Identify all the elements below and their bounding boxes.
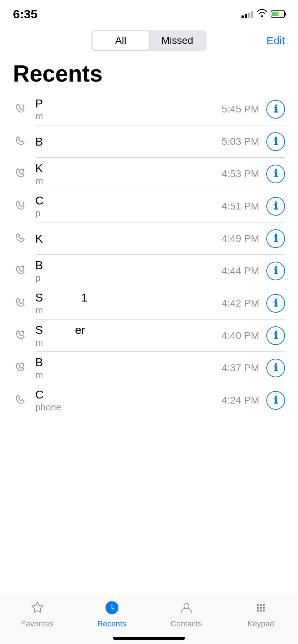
call-item: K m 4:53 PM ℹ — [0, 158, 298, 190]
segment-control-row: All Missed Edit — [0, 24, 298, 57]
tab-contacts-label: Contacts — [171, 619, 202, 629]
call-time: 4:24 PM — [222, 395, 259, 406]
call-item: S 1 m 4:42 PM ℹ — [0, 287, 298, 319]
info-button[interactable]: ℹ — [266, 165, 285, 183]
signal-icon — [241, 10, 253, 18]
call-time: 4:37 PM — [222, 362, 259, 374]
svg-point-7 — [263, 607, 265, 609]
tab-favorites-label: Favorites — [21, 619, 53, 629]
call-name: B — [35, 258, 222, 272]
svg-point-10 — [263, 610, 265, 612]
svg-point-5 — [257, 607, 259, 609]
call-type-icon — [13, 167, 31, 180]
call-item: B 5:03 PM ℹ — [0, 125, 298, 158]
call-type-icon — [13, 264, 31, 277]
contacts-icon — [177, 598, 196, 617]
call-list: P m 5:45 PM ℹ B 5:03 PM ℹ — [0, 93, 298, 417]
segment-all[interactable]: All — [92, 31, 149, 50]
call-subtext: p — [35, 208, 222, 219]
call-name: B — [35, 355, 222, 369]
call-subtext: m — [35, 337, 222, 348]
call-type-icon — [13, 297, 31, 310]
svg-point-1 — [184, 603, 189, 608]
call-name: K — [35, 232, 222, 245]
segment-missed[interactable]: Missed — [149, 31, 206, 50]
call-name: K — [35, 161, 222, 175]
edit-button[interactable]: Edit — [266, 34, 285, 47]
info-button[interactable]: ℹ — [266, 294, 285, 313]
call-type-icon — [13, 362, 31, 374]
recents-icon — [103, 598, 121, 617]
call-name: P — [35, 97, 222, 110]
tab-bar: Favorites Recents Contacts — [0, 594, 298, 644]
home-indicator — [113, 637, 185, 640]
call-type-icon — [13, 394, 31, 407]
info-button[interactable]: ℹ — [266, 391, 285, 410]
call-item: C p 4:51 PM ℹ — [0, 190, 298, 222]
call-subtext: m — [35, 305, 222, 316]
call-time: 4:44 PM — [222, 265, 259, 277]
segment-control: All Missed — [91, 30, 207, 51]
info-button[interactable]: ℹ — [266, 229, 285, 248]
status-time: 6:35 — [13, 7, 37, 21]
svg-point-9 — [260, 610, 262, 612]
call-name: C — [35, 388, 222, 401]
call-type-icon — [13, 135, 31, 148]
info-button[interactable]: ℹ — [266, 100, 285, 119]
call-type-icon — [13, 232, 31, 245]
call-type-icon — [13, 200, 31, 213]
status-bar: 6:35 ⚡ — [0, 0, 298, 22]
info-button[interactable]: ℹ — [266, 359, 285, 377]
call-time: 5:03 PM — [222, 136, 259, 147]
svg-point-4 — [263, 604, 265, 606]
call-item: C phone 4:24 PM ℹ — [0, 384, 298, 417]
call-time: 4:51 PM — [222, 201, 259, 212]
page-title: Recents — [0, 57, 298, 93]
call-type-icon — [13, 329, 31, 342]
call-name: C — [35, 194, 222, 207]
status-icons: ⚡ — [241, 9, 285, 19]
info-button[interactable]: ℹ — [266, 326, 285, 345]
info-button[interactable]: ℹ — [266, 262, 285, 280]
battery-icon: ⚡ — [271, 10, 285, 18]
call-item: B m 4:37 PM ℹ — [0, 352, 298, 384]
tab-recents[interactable]: Recents — [74, 598, 149, 629]
call-time: 5:45 PM — [222, 104, 259, 115]
call-subtext: p — [35, 272, 222, 284]
call-item: K 4:49 PM ℹ — [0, 222, 298, 255]
call-subtext: m — [35, 111, 222, 122]
call-time: 4:40 PM — [222, 330, 259, 341]
tab-favorites[interactable]: Favorites — [0, 598, 74, 629]
call-item: P m 5:45 PM ℹ — [0, 93, 298, 125]
call-name: B — [35, 135, 222, 148]
wifi-icon — [257, 9, 267, 19]
call-time: 4:53 PM — [222, 168, 259, 180]
svg-point-2 — [257, 604, 259, 606]
call-type-icon — [13, 103, 31, 116]
info-button[interactable]: ℹ — [266, 197, 285, 216]
call-name: S er — [35, 323, 222, 337]
tab-keypad-label: Keypad — [247, 619, 274, 629]
tab-contacts[interactable]: Contacts — [149, 598, 224, 629]
call-item: B p 4:44 PM ℹ — [0, 255, 298, 287]
svg-point-3 — [260, 604, 262, 606]
call-time: 4:49 PM — [222, 233, 259, 244]
info-button[interactable]: ℹ — [266, 132, 285, 151]
keypad-icon — [252, 598, 270, 617]
svg-point-6 — [260, 607, 262, 609]
call-subtext: m — [35, 175, 222, 187]
star-icon — [28, 598, 47, 617]
call-subtext: phone — [35, 402, 222, 413]
call-item: S er m 4:40 PM ℹ — [0, 319, 298, 352]
call-subtext: m — [35, 369, 222, 381]
call-name: S 1 — [35, 291, 222, 304]
tab-keypad[interactable]: Keypad — [224, 598, 298, 629]
tab-recents-label: Recents — [97, 619, 126, 629]
call-time: 4:42 PM — [222, 298, 259, 309]
svg-point-8 — [257, 610, 259, 612]
